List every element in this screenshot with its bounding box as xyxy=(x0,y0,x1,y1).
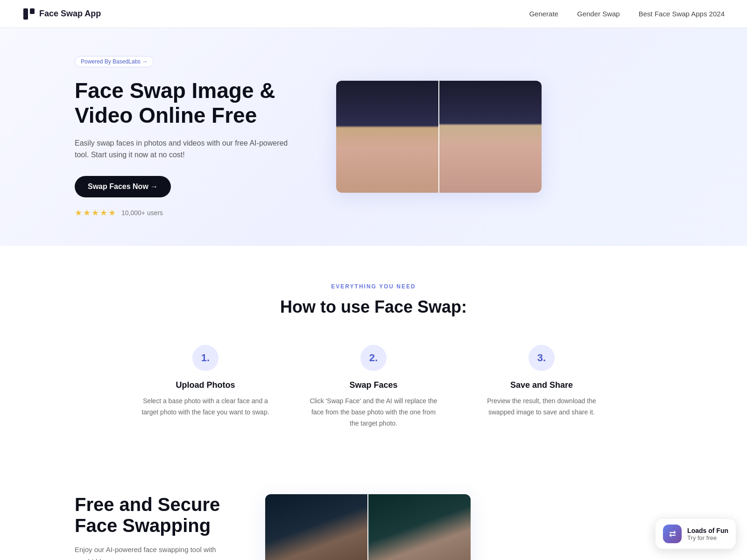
free-image-after xyxy=(368,494,471,560)
users-count: 10,000+ users xyxy=(121,209,163,217)
badge-text-block: Loads of Fun Try for free xyxy=(687,527,728,541)
nav-logo-text: Face Swap App xyxy=(39,9,101,19)
hero-right xyxy=(336,81,542,193)
step-3-desc: Preview the result, then download the sw… xyxy=(476,396,607,418)
step-2-desc: Click 'Swap Face' and the AI will replac… xyxy=(308,396,439,429)
steps-grid: 1. Upload Photos Select a base photo wit… xyxy=(22,345,725,429)
nav-logo[interactable]: Face Swap App xyxy=(22,7,101,21)
hero-image xyxy=(336,81,542,193)
badge-icon: ⇄ xyxy=(663,525,682,543)
free-desc: Enjoy our AI-powered face swapping tool … xyxy=(75,544,228,560)
nav-link-generate[interactable]: Generate xyxy=(529,10,558,18)
hero-image-before xyxy=(336,81,439,193)
hero-title: Face Swap Image & Video Online Free xyxy=(75,78,299,128)
powered-badge[interactable]: Powered By BasedLabs → xyxy=(75,56,154,67)
step-1-number: 1. xyxy=(192,345,218,371)
step-2: 2. Swap Faces Click 'Swap Face' and the … xyxy=(308,345,439,429)
nav-links: Generate Gender Swap Best Face Swap Apps… xyxy=(529,10,725,18)
step-3-title: Save and Share xyxy=(476,380,607,390)
nav-link-best-apps[interactable]: Best Face Swap Apps 2024 xyxy=(639,10,725,18)
powered-badge-text: Powered By BasedLabs → xyxy=(81,58,148,65)
floating-badge[interactable]: ⇄ Loads of Fun Try for free xyxy=(655,519,736,549)
star-rating: ★★★★★ xyxy=(75,208,117,218)
cta-button[interactable]: Swap Faces Now → xyxy=(75,176,171,197)
steps-section: EVERYTHING YOU NEED How to use Face Swap… xyxy=(0,246,747,466)
navbar: Face Swap App Generate Gender Swap Best … xyxy=(0,0,747,28)
free-image-before xyxy=(265,494,368,560)
step-2-number: 2. xyxy=(360,345,387,371)
step-1: 1. Upload Photos Select a base photo wit… xyxy=(140,345,271,429)
free-title: Free and Secure Face Swapping xyxy=(75,494,228,536)
svg-rect-0 xyxy=(23,8,28,20)
nav-link-gender-swap[interactable]: Gender Swap xyxy=(577,10,620,18)
face-after xyxy=(439,81,542,193)
free-left: Free and Secure Face Swapping Enjoy our … xyxy=(22,494,228,560)
free-right xyxy=(265,494,471,560)
badge-icon-symbol: ⇄ xyxy=(669,529,676,539)
badge-title: Loads of Fun xyxy=(687,527,728,534)
hero-left: Powered By BasedLabs → Face Swap Image &… xyxy=(75,56,299,218)
cta-button-label: Swap Faces Now → xyxy=(88,182,158,191)
logo-icon xyxy=(22,7,35,21)
steps-title: How to use Face Swap: xyxy=(22,297,725,317)
step-1-title: Upload Photos xyxy=(140,380,271,390)
free-section: Free and Secure Face Swapping Enjoy our … xyxy=(0,466,747,560)
step-1-desc: Select a base photo with a clear face an… xyxy=(140,396,271,418)
stars-row: ★★★★★ 10,000+ users xyxy=(75,208,299,218)
hero-image-after xyxy=(439,81,542,193)
steps-label: EVERYTHING YOU NEED xyxy=(22,283,725,290)
free-image xyxy=(265,494,471,560)
hero-section: Powered By BasedLabs → Face Swap Image &… xyxy=(0,28,747,246)
step-2-title: Swap Faces xyxy=(308,380,439,390)
face-before xyxy=(336,81,438,193)
hero-subtitle: Easily swap faces in photos and videos w… xyxy=(75,137,299,161)
badge-subtitle: Try for free xyxy=(687,534,728,541)
svg-rect-1 xyxy=(30,8,35,14)
step-3-number: 3. xyxy=(529,345,555,371)
step-3: 3. Save and Share Preview the result, th… xyxy=(476,345,607,429)
